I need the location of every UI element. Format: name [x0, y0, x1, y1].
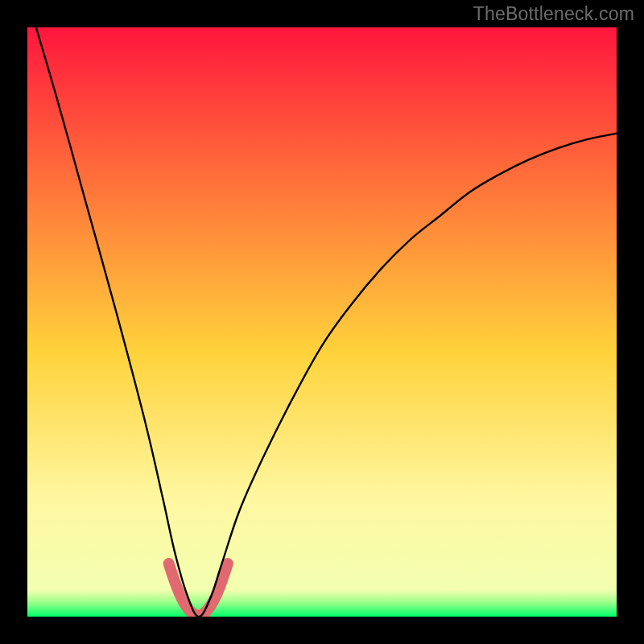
gradient-background	[27, 27, 617, 617]
bottleneck-chart	[27, 27, 617, 617]
outer-frame: TheBottleneck.com	[0, 0, 644, 644]
watermark-text: TheBottleneck.com	[473, 3, 634, 25]
